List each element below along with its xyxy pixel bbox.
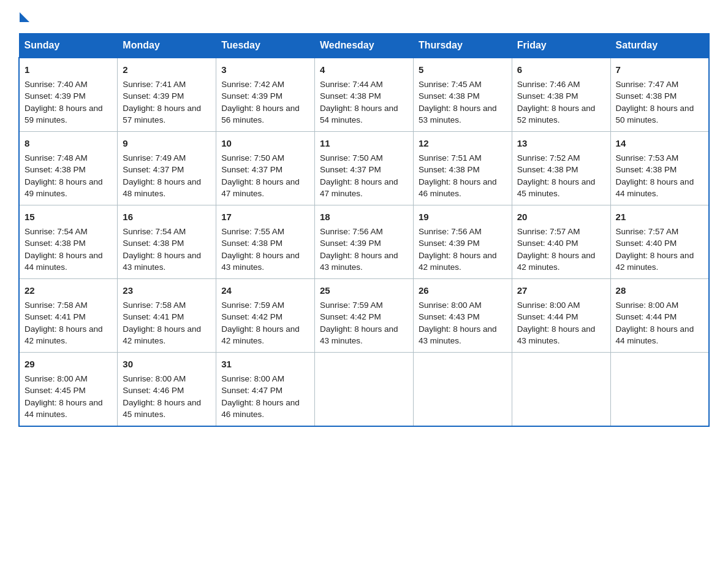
day-number: 28 [616,284,703,297]
calendar-cell: 3Sunrise: 7:42 AMSunset: 4:39 PMDaylight… [216,58,315,132]
calendar-cell: 31Sunrise: 8:00 AMSunset: 4:47 PMDayligh… [216,353,315,427]
day-number: 29 [25,358,112,371]
day-number: 26 [419,284,507,297]
day-number: 20 [517,210,605,224]
day-number: 17 [221,210,309,224]
calendar-cell: 14Sunrise: 7:53 AMSunset: 4:38 PMDayligh… [610,132,709,205]
calendar-cell [512,353,610,427]
day-number: 3 [221,63,309,77]
day-number: 19 [419,210,507,224]
day-number: 2 [123,63,211,77]
day-number: 4 [320,63,408,77]
calendar-cell: 28Sunrise: 8:00 AMSunset: 4:44 PMDayligh… [610,279,709,353]
header-cell-thursday: Thursday [413,34,512,58]
calendar-cell: 16Sunrise: 7:54 AMSunset: 4:38 PMDayligh… [118,205,216,279]
day-number: 11 [320,137,408,150]
calendar-cell: 15Sunrise: 7:54 AMSunset: 4:38 PMDayligh… [19,205,118,279]
week-row-4: 22Sunrise: 7:58 AMSunset: 4:41 PMDayligh… [19,279,709,353]
day-number: 13 [517,137,605,150]
calendar-cell: 1Sunrise: 7:40 AMSunset: 4:39 PMDaylight… [19,58,118,132]
calendar-cell: 22Sunrise: 7:58 AMSunset: 4:41 PMDayligh… [19,279,118,353]
day-number: 27 [517,284,605,297]
calendar-table: SundayMondayTuesdayWednesdayThursdayFrid… [18,33,710,427]
day-number: 10 [221,137,309,150]
day-number: 23 [123,284,211,297]
calendar-cell: 26Sunrise: 8:00 AMSunset: 4:43 PMDayligh… [413,279,512,353]
logo [18,12,29,22]
header-cell-tuesday: Tuesday [216,34,315,58]
page-header [18,12,710,22]
day-number: 30 [123,358,211,371]
calendar-cell: 6Sunrise: 7:46 AMSunset: 4:38 PMDaylight… [512,58,610,132]
day-number: 18 [320,210,408,224]
calendar-cell: 19Sunrise: 7:56 AMSunset: 4:39 PMDayligh… [413,205,512,279]
day-number: 9 [123,137,211,150]
week-row-3: 15Sunrise: 7:54 AMSunset: 4:38 PMDayligh… [19,205,709,279]
day-number: 12 [419,137,507,150]
day-number: 21 [616,210,703,224]
calendar-cell [413,353,512,427]
calendar-header: SundayMondayTuesdayWednesdayThursdayFrid… [19,34,709,58]
calendar-cell: 21Sunrise: 7:57 AMSunset: 4:40 PMDayligh… [610,205,709,279]
calendar-cell: 7Sunrise: 7:47 AMSunset: 4:38 PMDaylight… [610,58,709,132]
day-number: 24 [221,284,309,297]
day-number: 1 [25,63,112,77]
header-cell-wednesday: Wednesday [315,34,414,58]
day-number: 5 [419,63,507,77]
calendar-cell: 13Sunrise: 7:52 AMSunset: 4:38 PMDayligh… [512,132,610,205]
calendar-cell [610,353,709,427]
calendar-cell: 5Sunrise: 7:45 AMSunset: 4:38 PMDaylight… [413,58,512,132]
header-cell-friday: Friday [512,34,610,58]
day-number: 16 [123,210,211,224]
header-cell-sunday: Sunday [19,34,118,58]
calendar-cell: 27Sunrise: 8:00 AMSunset: 4:44 PMDayligh… [512,279,610,353]
day-number: 8 [25,137,112,150]
calendar-cell: 4Sunrise: 7:44 AMSunset: 4:38 PMDaylight… [315,58,414,132]
calendar-cell: 23Sunrise: 7:58 AMSunset: 4:41 PMDayligh… [118,279,216,353]
day-number: 7 [616,63,703,77]
calendar-cell: 24Sunrise: 7:59 AMSunset: 4:42 PMDayligh… [216,279,315,353]
calendar-body: 1Sunrise: 7:40 AMSunset: 4:39 PMDaylight… [19,58,709,426]
calendar-cell: 18Sunrise: 7:56 AMSunset: 4:39 PMDayligh… [315,205,414,279]
day-number: 25 [320,284,408,297]
calendar-cell [315,353,414,427]
week-row-1: 1Sunrise: 7:40 AMSunset: 4:39 PMDaylight… [19,58,709,132]
header-cell-saturday: Saturday [610,34,709,58]
calendar-cell: 2Sunrise: 7:41 AMSunset: 4:39 PMDaylight… [118,58,216,132]
day-number: 22 [25,284,112,297]
header-cell-monday: Monday [118,34,216,58]
calendar-cell: 8Sunrise: 7:48 AMSunset: 4:38 PMDaylight… [19,132,118,205]
day-number: 31 [221,358,309,371]
calendar-cell: 17Sunrise: 7:55 AMSunset: 4:38 PMDayligh… [216,205,315,279]
calendar-cell: 30Sunrise: 8:00 AMSunset: 4:46 PMDayligh… [118,353,216,427]
calendar-cell: 10Sunrise: 7:50 AMSunset: 4:37 PMDayligh… [216,132,315,205]
calendar-cell: 29Sunrise: 8:00 AMSunset: 4:45 PMDayligh… [19,353,118,427]
calendar-cell: 11Sunrise: 7:50 AMSunset: 4:37 PMDayligh… [315,132,414,205]
day-number: 14 [616,137,703,150]
logo-triangle-icon [20,12,29,22]
calendar-cell: 25Sunrise: 7:59 AMSunset: 4:42 PMDayligh… [315,279,414,353]
calendar-cell: 20Sunrise: 7:57 AMSunset: 4:40 PMDayligh… [512,205,610,279]
day-number: 15 [25,210,112,224]
day-number: 6 [517,63,605,77]
calendar-cell: 12Sunrise: 7:51 AMSunset: 4:38 PMDayligh… [413,132,512,205]
week-row-2: 8Sunrise: 7:48 AMSunset: 4:38 PMDaylight… [19,132,709,205]
header-row: SundayMondayTuesdayWednesdayThursdayFrid… [19,34,709,58]
week-row-5: 29Sunrise: 8:00 AMSunset: 4:45 PMDayligh… [19,353,709,427]
calendar-cell: 9Sunrise: 7:49 AMSunset: 4:37 PMDaylight… [118,132,216,205]
